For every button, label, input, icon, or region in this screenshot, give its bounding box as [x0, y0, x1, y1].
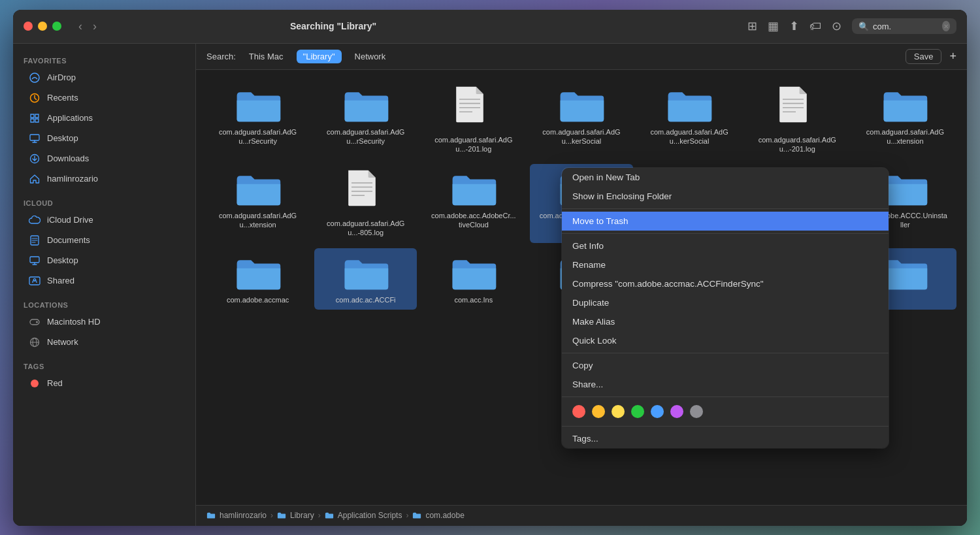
color-yellow[interactable]	[612, 405, 625, 418]
save-button[interactable]: Save	[906, 49, 942, 64]
window-title: Searching "Library"	[290, 21, 376, 31]
scope-library[interactable]: "Library"	[297, 50, 342, 63]
file-item[interactable]: com.adguard.safari.AdGu...xtension	[854, 80, 956, 159]
maximize-button[interactable]	[52, 22, 61, 31]
sidebar-item-macintosh-hd[interactable]: Macintosh HD	[18, 312, 190, 332]
sidebar-item-icloud-drive[interactable]: iCloud Drive	[18, 210, 190, 230]
sidebar-item-documents[interactable]: Documents	[18, 231, 190, 250]
folder-icon	[450, 253, 497, 293]
sidebar-item-home[interactable]: hamlinrozario	[18, 169, 190, 189]
sidebar-item-shared[interactable]: Shared	[18, 271, 190, 291]
ctx-duplicate[interactable]: Duplicate	[562, 293, 889, 312]
file-item[interactable]: com.adguard.safari.AdGu...kerSocial	[530, 80, 632, 159]
sidebar-label-airdrop: AirDrop	[47, 73, 76, 82]
file-name: com.adobe.accmac	[227, 295, 289, 304]
color-red[interactable]	[572, 405, 585, 418]
breadcrumb-library[interactable]: Library	[290, 511, 314, 520]
doc-icon	[346, 169, 385, 216]
file-name: com.adguard.safari.AdGu...xtension	[216, 211, 301, 230]
file-item[interactable]: com.adguard.safari.AdGu...-201.log	[422, 80, 525, 159]
file-name: com.adguard.safari.AdGu...kerSocial	[539, 127, 624, 146]
tag-icon[interactable]: 🏷	[809, 20, 821, 33]
color-gray[interactable]	[690, 405, 703, 418]
group-icon[interactable]: ▦	[768, 19, 779, 33]
ctx-make-alias[interactable]: Make Alias	[562, 312, 889, 331]
minimize-button[interactable]	[38, 22, 47, 31]
scope-this-mac[interactable]: This Mac	[244, 50, 289, 63]
file-item[interactable]: com.adguard.safari.AdGu...-201.log	[746, 80, 849, 159]
applications-icon	[29, 112, 41, 124]
sidebar-item-icloud-desktop[interactable]: Desktop	[18, 251, 190, 270]
file-name: com.adobe.acc.AdobeCr...tiveCloud	[431, 211, 516, 230]
sidebar-item-downloads[interactable]: Downloads	[18, 149, 190, 169]
sidebar-item-red-tag[interactable]: Red	[18, 374, 190, 393]
more-icon[interactable]: ⊙	[832, 19, 841, 33]
sidebar-label-documents: Documents	[47, 235, 90, 245]
sidebar-label-shared: Shared	[47, 276, 74, 285]
svg-point-12	[31, 380, 39, 387]
folder-icon	[235, 86, 282, 125]
file-item[interactable]: com.adguard.safari.AdGu...xtension	[206, 164, 309, 243]
ctx-copy[interactable]: Copy	[562, 356, 889, 375]
icloud-header: iCloud	[13, 194, 195, 210]
folder-icon	[235, 253, 282, 293]
file-item[interactable]: com.adguard.safari.AdGu...kerSocial	[638, 80, 741, 159]
ctx-open-new-tab[interactable]: Open in New Tab	[562, 168, 889, 187]
file-item-selected-2[interactable]: com.adc.ac.ACCFi	[314, 248, 417, 310]
locations-header: Locations	[13, 296, 195, 312]
file-item[interactable]: com.adguard.safari.AdGu...rSecurity	[206, 80, 309, 159]
ctx-share[interactable]: Share...	[562, 375, 889, 394]
airdrop-icon	[29, 72, 41, 84]
breadcrumb-com-adobe[interactable]: com.adobe	[425, 511, 464, 520]
file-item[interactable]: com.adguard.safari.AdGu...rSecurity	[314, 80, 417, 159]
sidebar-item-desktop[interactable]: Desktop	[18, 129, 190, 148]
file-item[interactable]: com.adobe.acc.AdobeCr...tiveCloud	[422, 164, 525, 243]
file-name: com.adguard.safari.AdGu...rSecurity	[216, 127, 301, 146]
scope-network[interactable]: Network	[350, 50, 391, 63]
file-item[interactable]: com.adguard.safari.AdGu...-805.log	[314, 164, 417, 243]
red-tag-icon	[29, 378, 41, 389]
sidebar-label-network: Network	[47, 337, 78, 347]
file-name: com.acc.Ins	[455, 295, 493, 304]
ctx-tags[interactable]: Tags...	[562, 429, 889, 448]
forward-button[interactable]: ›	[89, 18, 101, 35]
color-green[interactable]	[631, 405, 644, 418]
color-purple[interactable]	[670, 405, 683, 418]
ctx-compress[interactable]: Compress "com.adobe.accmac.ACCFinderSync…	[562, 274, 889, 293]
file-item[interactable]: com.adobe.accmac	[206, 248, 309, 310]
ctx-quick-look[interactable]: Quick Look	[562, 331, 889, 350]
search-clear-button[interactable]: ✕	[942, 21, 950, 31]
breadcrumb-home[interactable]: hamlinrozario	[220, 511, 267, 520]
folder-icon	[342, 253, 389, 293]
file-name: com.adguard.safari.AdGu...-201.log	[431, 135, 516, 154]
search-icon: 🔍	[858, 22, 869, 31]
ctx-show-enclosing[interactable]: Show in Enclosing Folder	[562, 187, 889, 206]
search-input[interactable]	[873, 22, 938, 31]
view-icon[interactable]: ⊞	[747, 19, 757, 33]
doc-icon	[454, 86, 493, 133]
sidebar-item-airdrop[interactable]: AirDrop	[18, 68, 190, 88]
file-item[interactable]: com.acc.Ins	[422, 248, 525, 310]
statusbar: hamlinrozario › Library › Application Sc…	[196, 505, 967, 526]
ctx-rename[interactable]: Rename	[562, 255, 889, 274]
close-button[interactable]	[24, 22, 33, 31]
sidebar-item-network[interactable]: Network	[18, 332, 190, 352]
color-blue[interactable]	[651, 405, 664, 418]
network-icon	[29, 336, 41, 348]
breadcrumb-app-scripts[interactable]: Application Scripts	[338, 511, 402, 520]
share-icon[interactable]: ⬆	[789, 19, 799, 33]
downloads-icon	[29, 153, 41, 165]
color-orange[interactable]	[592, 405, 605, 418]
main-panel: Search: This Mac "Library" Network Save …	[196, 44, 967, 526]
home-icon	[29, 173, 41, 185]
back-button[interactable]: ‹	[74, 18, 86, 35]
ctx-move-to-trash[interactable]: Move to Trash	[562, 212, 889, 231]
sidebar-item-applications[interactable]: Applications	[18, 108, 190, 128]
ctx-get-info[interactable]: Get Info	[562, 236, 889, 255]
folder-icon	[881, 86, 928, 125]
doc-icon	[777, 86, 817, 133]
sidebar-item-recents[interactable]: Recents	[18, 88, 190, 108]
folder-icon	[881, 169, 928, 208]
plus-button[interactable]: +	[949, 50, 956, 63]
sidebar-label-home: hamlinrozario	[47, 174, 98, 184]
